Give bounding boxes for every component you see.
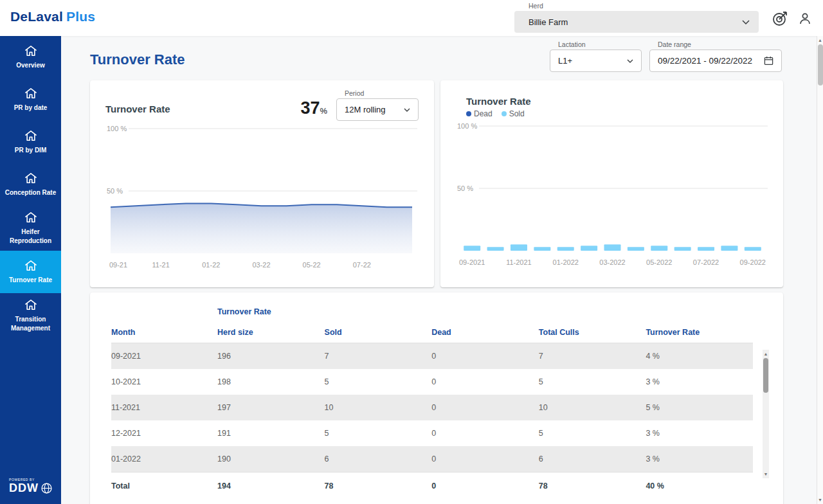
cell-month: 10-2021 — [111, 377, 217, 386]
turnover-rate-line-card: Turnover Rate 37% Period 12M rolling — [90, 80, 434, 287]
table-row: 10-2021 198 5 0 5 3 % — [111, 369, 753, 395]
cell-total-culls: 6 — [539, 455, 646, 464]
sidebar-footer: POWERED BY DDW — [0, 478, 61, 504]
chevron-down-icon — [742, 20, 750, 24]
lactation-label: Lactation — [558, 40, 642, 48]
account-button[interactable] — [796, 10, 814, 28]
date-range-picker[interactable]: 09/22/2021 - 09/22/2022 — [649, 50, 782, 72]
cell-turnover-rate: 3 % — [646, 455, 753, 464]
scroll-down-icon[interactable]: ▼ — [763, 470, 769, 478]
ddw-logo: DDW — [9, 482, 39, 495]
scroll-up-icon[interactable]: ▲ — [763, 350, 769, 358]
svg-text:50 %: 50 % — [107, 187, 123, 195]
column-header: Turnover Rate — [646, 328, 753, 337]
sidebar-item-label: Overview — [16, 61, 44, 70]
person-icon — [797, 11, 813, 26]
legend-item-dead[interactable]: Dead — [466, 109, 493, 118]
home-icon — [24, 130, 37, 141]
cell-dead: 0 — [431, 377, 539, 386]
herd-select[interactable]: Billie Farm — [514, 11, 759, 33]
table-row: 09-2021 196 7 0 7 4 % — [111, 343, 753, 369]
lactation-select[interactable]: L1+ — [550, 50, 642, 72]
cell-month: 12-2021 — [111, 429, 217, 438]
period-select-group: Period 12M rolling — [336, 89, 419, 121]
topbar: DeLavalPlus Herd Billie Farm — [0, 0, 823, 36]
cell-turnover-rate: 5 % — [646, 403, 753, 412]
cell-sold: 10 — [325, 403, 432, 412]
cell-herd-size: 197 — [217, 403, 325, 412]
target-icon — [772, 10, 788, 27]
turnover-rate-bar-card: Turnover Rate Dead Sold 100 %50 %09-2021… — [440, 80, 783, 287]
sidebar: Overview PR by date PR by DIM Conception… — [0, 36, 61, 504]
table-scrollbar[interactable]: ▲ ▼ — [763, 350, 769, 478]
cell-dead: 0 — [431, 352, 539, 361]
scroll-down-icon[interactable]: ▼ — [817, 496, 823, 504]
home-icon — [24, 260, 37, 271]
svg-text:09-2021: 09-2021 — [459, 258, 485, 266]
sidebar-item-heifer-reproduction[interactable]: Heifer Reproduction — [0, 206, 61, 251]
svg-text:09-21: 09-21 — [109, 261, 127, 269]
sidebar-item-label: Transition Management — [4, 315, 57, 332]
legend-item-sold[interactable]: Sold — [502, 109, 525, 118]
svg-text:01-22: 01-22 — [202, 261, 220, 269]
sidebar-item-pr-by-dim[interactable]: PR by DIM — [0, 121, 61, 163]
svg-text:11-2021: 11-2021 — [506, 258, 532, 266]
scroll-up-icon[interactable]: ▲ — [817, 36, 823, 44]
globe-icon — [41, 483, 52, 494]
lactation-filter-group: Lactation L1+ — [550, 40, 642, 72]
chevron-down-icon — [627, 59, 633, 63]
svg-text:03-2022: 03-2022 — [599, 258, 625, 266]
chevron-down-icon — [404, 108, 410, 112]
period-select[interactable]: 12M rolling — [336, 98, 419, 121]
period-label: Period — [345, 89, 419, 97]
sold-legend-dot — [502, 111, 507, 116]
cell-dead: 0 — [431, 455, 539, 464]
cell-herd-size: 196 — [217, 352, 325, 361]
page-title: Turnover Rate — [90, 51, 185, 68]
sidebar-item-overview[interactable]: Overview — [0, 36, 61, 78]
table-scrollbar-thumb[interactable] — [763, 358, 768, 393]
home-icon — [24, 45, 37, 57]
svg-text:05-2022: 05-2022 — [646, 258, 672, 266]
cell-turnover-rate: 4 % — [646, 352, 753, 361]
svg-text:50 %: 50 % — [457, 184, 473, 192]
cell-turnover-rate: 3 % — [646, 377, 753, 386]
table-header-row: Month Herd size Sold Dead Total Culls Tu… — [111, 322, 753, 343]
sidebar-item-transition-management[interactable]: Transition Management — [0, 293, 61, 338]
turnover-bar-chart: 100 %50 %09-202111-202101-202203-202205-… — [456, 120, 769, 274]
kpi-unit: % — [320, 106, 327, 116]
sidebar-item-turnover-rate[interactable]: Turnover Rate — [0, 251, 61, 293]
column-header: Dead — [431, 328, 539, 337]
cell-herd-size: 194 — [217, 482, 325, 491]
lactation-value: L1+ — [558, 56, 572, 66]
svg-text:09-2022: 09-2022 — [740, 258, 766, 266]
line-card-title: Turnover Rate — [105, 104, 170, 114]
cell-dead: 0 — [431, 403, 539, 412]
cell-sold: 78 — [325, 482, 432, 491]
svg-text:100 %: 100 % — [107, 125, 127, 132]
target-button[interactable] — [771, 10, 789, 28]
dead-legend-dot — [466, 111, 471, 116]
home-icon — [24, 172, 37, 184]
date-range-filter-group: Date range 09/22/2021 - 09/22/2022 — [649, 40, 782, 72]
page-scrollbar[interactable]: ▲ ▼ — [817, 36, 823, 504]
chart-legend: Dead Sold — [440, 107, 783, 118]
sidebar-item-label: PR by DIM — [15, 146, 46, 155]
svg-text:05-22: 05-22 — [303, 261, 321, 269]
legend-label: Sold — [509, 109, 525, 118]
calendar-icon — [764, 56, 773, 66]
sidebar-item-label: PR by date — [14, 104, 48, 113]
sidebar-item-conception-rate[interactable]: Conception Rate — [0, 163, 61, 206]
column-header: Sold — [325, 328, 432, 337]
sidebar-item-pr-by-date[interactable]: PR by date — [0, 78, 61, 121]
home-icon — [24, 212, 37, 223]
page-scrollbar-thumb[interactable] — [818, 44, 823, 86]
svg-text:07-2022: 07-2022 — [693, 258, 719, 266]
cell-month: 09-2021 — [111, 352, 217, 361]
cell-total-label: Total — [111, 482, 217, 491]
home-icon — [24, 299, 37, 310]
cell-turnover-rate: 40 % — [646, 482, 753, 491]
cell-herd-size: 191 — [217, 429, 325, 438]
cell-sold: 6 — [325, 455, 432, 464]
cell-month: 01-2022 — [111, 455, 217, 464]
